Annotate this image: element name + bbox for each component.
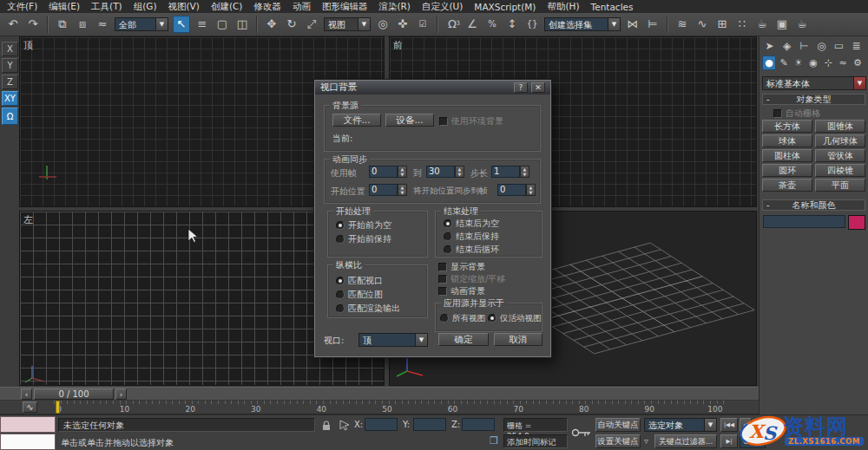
object-type-button[interactable]: 球体	[762, 134, 812, 147]
name-color-rollout[interactable]: - 名称和颜色	[762, 199, 865, 211]
selection-lock-icon[interactable]	[320, 420, 332, 431]
lock-zoom-pan-checkbox[interactable]: 锁定缩放/平移	[438, 273, 505, 285]
go-to-end-button[interactable]: ▶|	[720, 434, 738, 448]
redo-icon[interactable]: ↷	[25, 16, 41, 32]
previous-frame-arrow[interactable]: ‹	[21, 388, 32, 400]
menu-item[interactable]: 渲染(R)	[378, 1, 411, 13]
keyboard-override-icon[interactable]: ☑	[415, 16, 431, 32]
radio-blank-after-end[interactable]: 结束后为空	[444, 218, 499, 230]
tab-create-icon[interactable]: ➤	[761, 38, 778, 53]
window-crossing-icon[interactable]: ◫	[234, 16, 250, 32]
mirror-icon[interactable]: ⋈	[625, 16, 641, 32]
percent-snap-icon[interactable]: %	[484, 16, 500, 32]
viewport-top-label[interactable]: 顶	[23, 39, 33, 52]
radio-dot[interactable]	[336, 277, 345, 285]
to-frame-spinner[interactable]: 30▲▼	[426, 166, 464, 178]
files-button[interactable]: 文件...	[332, 114, 381, 127]
checkbox-box[interactable]	[438, 287, 447, 296]
constrain-z-button[interactable]: Z	[2, 75, 18, 89]
menu-item[interactable]: 视图(V)	[168, 1, 200, 13]
radio-hold-before-start[interactable]: 开始前保持	[336, 233, 391, 245]
animate-background-checkbox[interactable]: 动画背景	[438, 285, 485, 297]
next-frame-arrow[interactable]: ›	[115, 388, 127, 400]
spinner-value[interactable]: 0	[369, 166, 398, 178]
start-at-spinner[interactable]: 0▲▼	[369, 184, 407, 196]
category-shapes-icon[interactable]: ✎	[777, 55, 791, 70]
primitive-category-dropdown[interactable]: 标准基本体 ▼	[762, 76, 866, 90]
curve-editor-icon[interactable]: ∿	[694, 16, 710, 32]
object-color-swatch[interactable]	[848, 215, 865, 230]
spinner-arrows-icon[interactable]: ▲▼	[455, 166, 464, 178]
layer-manager-icon[interactable]: ≋	[674, 16, 690, 32]
select-and-manipulate-icon[interactable]: ✜	[395, 16, 411, 32]
selection-filter-dropdown[interactable]: 全部 ▼	[115, 17, 168, 31]
reference-coordinate-dropdown[interactable]: 视图 ▼	[324, 17, 371, 31]
category-helpers-icon[interactable]: ⊹	[821, 55, 835, 70]
select-and-move-icon[interactable]: ✥	[264, 16, 279, 32]
radio-blank-before-start[interactable]: 开始前为空	[336, 219, 391, 232]
select-and-link-icon[interactable]: ⧉	[55, 16, 70, 32]
display-background-checkbox[interactable]: 显示背景	[438, 261, 485, 273]
select-by-name-icon[interactable]: ≡	[194, 16, 210, 32]
spinner-arrows-icon[interactable]: ▲▼	[520, 166, 529, 178]
object-type-button[interactable]: 平面	[815, 179, 865, 192]
undo-icon[interactable]: ↶	[5, 16, 21, 32]
align-icon[interactable]: ⊨	[645, 16, 661, 32]
menu-item[interactable]: 帮助(H)	[547, 1, 579, 13]
timeline-ruler[interactable]: ∿ 0102030405060708090100	[0, 401, 759, 414]
y-coordinate-field[interactable]	[413, 418, 446, 431]
radio-loop-after-end[interactable]: 结束后循环	[444, 244, 499, 256]
chevron-down-icon[interactable]: ▼	[704, 419, 716, 431]
checkbox-box[interactable]	[439, 117, 448, 126]
rendered-frame-icon[interactable]: ▣	[774, 16, 790, 32]
ok-button[interactable]: 确定	[438, 333, 489, 346]
object-type-button[interactable]: 茶壶	[762, 179, 812, 192]
spinner-value[interactable]: 1	[491, 166, 520, 178]
menu-item[interactable]: 工具(T)	[91, 1, 122, 13]
radio-hold-after-end[interactable]: 结束后保持	[444, 231, 499, 243]
selection-set-filter-dropdown[interactable]: 选定对象 ▼	[644, 418, 717, 432]
object-type-button[interactable]: 四棱锥	[815, 164, 865, 177]
key-filters-button[interactable]: 关键点过滤器...	[654, 434, 717, 448]
category-spacewarps-icon[interactable]: ≈	[836, 55, 850, 70]
radio-match-render-output[interactable]: 匹配渲染输出	[336, 303, 400, 315]
menu-item[interactable]: 图形编辑器	[322, 1, 368, 13]
use-pivot-center-icon[interactable]: ◎	[375, 16, 391, 32]
object-type-button[interactable]: 几何球体	[815, 134, 865, 147]
sync-frame-spinner[interactable]: 0▲▼	[497, 184, 536, 196]
object-name-field[interactable]	[763, 215, 845, 228]
tab-motion-icon[interactable]: ◎	[813, 38, 830, 53]
menu-item[interactable]: 编辑(E)	[49, 1, 80, 13]
radio-match-bitmap[interactable]: 匹配位图	[336, 289, 383, 301]
material-editor-icon[interactable]: ∷	[734, 16, 750, 32]
use-frame-spinner[interactable]: 0▲▼	[369, 166, 407, 178]
use-environment-checkbox[interactable]: 使用环境背景	[439, 115, 503, 127]
radio-dot[interactable]	[336, 221, 345, 230]
constrain-y-button[interactable]: Y	[2, 58, 18, 73]
render-icon[interactable]: ☕	[794, 16, 810, 32]
radio-all-views[interactable]: 所有视图	[440, 312, 485, 324]
radio-dot[interactable]	[444, 219, 452, 228]
track-bar[interactable]: ‹ 0 / 100 ›	[0, 387, 759, 401]
menu-item[interactable]: 动画	[293, 1, 311, 13]
checkbox-box[interactable]	[438, 263, 447, 271]
radio-dot[interactable]	[440, 314, 449, 323]
object-type-button[interactable]: 圆锥体	[815, 120, 865, 133]
constrain-xy-button[interactable]: XY	[2, 91, 18, 106]
object-type-button[interactable]: 圆环	[762, 164, 812, 177]
set-key-button[interactable]: 设置关键点	[595, 434, 641, 448]
selection-region-icon[interactable]: ▢	[214, 16, 230, 32]
object-type-button[interactable]: 管状体	[815, 149, 865, 162]
constrain-x-button[interactable]: X	[2, 42, 18, 56]
bind-to-space-warp-icon[interactable]: ≈	[95, 16, 110, 32]
spinner-value[interactable]: 0	[497, 184, 526, 196]
step-spinner[interactable]: 1▲▼	[491, 166, 529, 178]
checkbox-box[interactable]	[773, 109, 782, 118]
time-slider[interactable]: 0 / 100	[34, 388, 114, 400]
snap-xy-icon[interactable]: Ω	[2, 108, 18, 125]
radio-dot[interactable]	[336, 290, 345, 299]
menu-item[interactable]: 自定义(U)	[422, 1, 463, 13]
select-and-rotate-icon[interactable]: ↻	[284, 16, 299, 32]
menu-item[interactable]: 创建(C)	[211, 1, 243, 13]
chevron-down-icon[interactable]: ▼	[608, 18, 620, 30]
